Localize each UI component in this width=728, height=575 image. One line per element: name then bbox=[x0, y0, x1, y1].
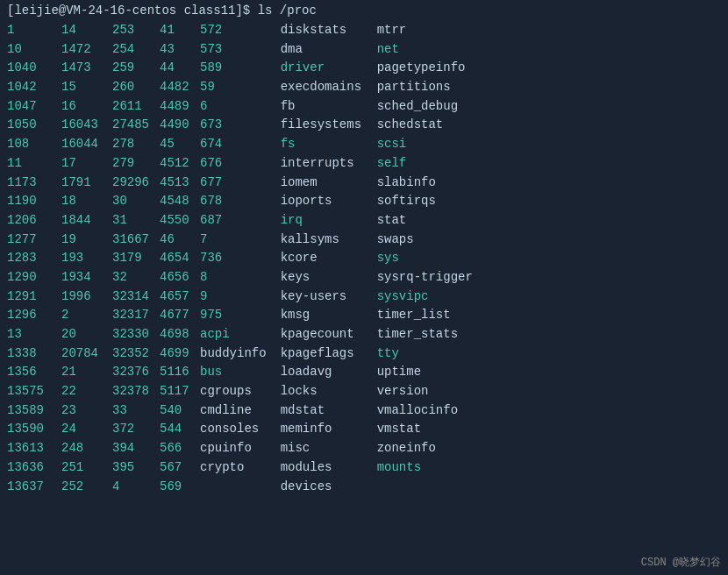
list-item: 1291 bbox=[7, 288, 61, 307]
col-5: 572573589596673674676677678687773689975a… bbox=[200, 21, 267, 496]
list-item: filesystems bbox=[281, 116, 377, 135]
ls-output: 1101040104210471050108111173119012061277… bbox=[7, 21, 721, 496]
list-item: 395 bbox=[112, 458, 160, 478]
list-item: 13613 bbox=[7, 439, 61, 458]
list-item: locks bbox=[281, 382, 377, 401]
list-item: self bbox=[377, 154, 474, 174]
list-item: 10 bbox=[7, 40, 61, 60]
list-item: 18 bbox=[61, 192, 112, 211]
list-item: devices bbox=[281, 478, 377, 497]
list-item: 687 bbox=[200, 211, 267, 231]
list-item: kcore bbox=[281, 249, 377, 268]
col-7: mtrrnetpagetypeinfopartitionssched_debug… bbox=[377, 21, 474, 496]
list-item: sysrq-trigger bbox=[377, 268, 474, 288]
list-item: 5116 bbox=[160, 363, 200, 382]
list-item: 23 bbox=[61, 401, 112, 421]
list-item: 32 bbox=[112, 268, 160, 288]
list-item: 1277 bbox=[7, 231, 61, 250]
list-item: 4656 bbox=[160, 268, 200, 288]
list-item: crypto bbox=[200, 458, 267, 478]
list-item: pagetypeinfo bbox=[377, 59, 474, 78]
list-item: 260 bbox=[112, 78, 160, 97]
list-item: 13636 bbox=[7, 458, 61, 478]
list-item: scsi bbox=[377, 135, 474, 154]
col-4: 4143444482448944904545124513454845504646… bbox=[160, 21, 200, 496]
list-item: 1791 bbox=[61, 174, 112, 193]
list-item: cmdline bbox=[200, 401, 267, 421]
list-item: 13590 bbox=[7, 420, 61, 439]
list-item: 15 bbox=[61, 78, 112, 97]
list-item: 20784 bbox=[61, 344, 112, 364]
list-item: 6 bbox=[200, 97, 267, 117]
list-item: 11 bbox=[7, 154, 61, 174]
list-item: 1 bbox=[7, 21, 61, 40]
list-item: 46 bbox=[160, 231, 200, 250]
list-item: 32378 bbox=[112, 382, 160, 401]
list-item: cpuinfo bbox=[200, 439, 267, 458]
list-item: 45 bbox=[160, 135, 200, 154]
list-item: 975 bbox=[200, 306, 267, 325]
list-item: vmallocinfo bbox=[377, 401, 474, 421]
list-item: interrupts bbox=[281, 154, 377, 174]
list-item: 1290 bbox=[7, 268, 61, 288]
list-item: partitions bbox=[377, 78, 474, 97]
list-item: consoles bbox=[200, 420, 267, 439]
numeric-columns: 1101040104210471050108111173119012061277… bbox=[7, 21, 267, 496]
list-item: meminfo bbox=[281, 420, 377, 439]
list-item: slabinfo bbox=[377, 174, 474, 193]
list-item: cgroups bbox=[200, 382, 267, 401]
list-item: 4657 bbox=[160, 288, 200, 307]
list-item: 4489 bbox=[160, 97, 200, 117]
list-item: 2 bbox=[61, 306, 112, 325]
list-item: 1356 bbox=[7, 363, 61, 382]
list-item: 252 bbox=[61, 478, 112, 497]
list-item: 1296 bbox=[7, 306, 61, 325]
list-item: 14 bbox=[61, 21, 112, 40]
list-item: diskstats bbox=[281, 21, 377, 40]
list-item: 1996 bbox=[61, 288, 112, 307]
list-item: 279 bbox=[112, 154, 160, 174]
list-item: 566 bbox=[160, 439, 200, 458]
list-item: softirqs bbox=[377, 192, 474, 211]
list-item: 108 bbox=[7, 135, 61, 154]
list-item: 251 bbox=[61, 458, 112, 478]
list-item: 736 bbox=[200, 249, 267, 268]
list-item: 17 bbox=[61, 154, 112, 174]
list-item: 1050 bbox=[7, 116, 61, 135]
list-item: 9 bbox=[200, 288, 267, 307]
list-item: 13575 bbox=[7, 382, 61, 401]
list-item: 32314 bbox=[112, 288, 160, 307]
list-item: 673 bbox=[200, 116, 267, 135]
list-item: 1190 bbox=[7, 192, 61, 211]
list-item: 20 bbox=[61, 325, 112, 344]
list-item: 32352 bbox=[112, 344, 160, 364]
list-item: 31 bbox=[112, 211, 160, 231]
list-item: net bbox=[377, 40, 474, 60]
list-item: key-users bbox=[281, 288, 377, 307]
list-item: 21 bbox=[61, 363, 112, 382]
list-item: 43 bbox=[160, 40, 200, 60]
list-item: 30 bbox=[112, 192, 160, 211]
list-item: 32376 bbox=[112, 363, 160, 382]
list-item: fs bbox=[281, 135, 377, 154]
list-item: schedstat bbox=[377, 116, 474, 135]
list-item: modules bbox=[281, 458, 377, 478]
list-item: ioports bbox=[281, 192, 377, 211]
list-item: kallsyms bbox=[281, 231, 377, 250]
terminal-title: [leijie@VM-24-16-centos class11]$ ls /pr… bbox=[7, 4, 721, 18]
list-item: keys bbox=[281, 268, 377, 288]
list-item: 4654 bbox=[160, 249, 200, 268]
list-item: 3179 bbox=[112, 249, 160, 268]
list-item: timer_stats bbox=[377, 325, 474, 344]
col-2: 1414721473151616043160441717911818441919… bbox=[61, 21, 112, 496]
list-item: tty bbox=[377, 344, 474, 364]
list-item: 32330 bbox=[112, 325, 160, 344]
list-item: 572 bbox=[200, 21, 267, 40]
list-item: sysvipc bbox=[377, 288, 474, 307]
name-columns: diskstatsdmadriverexecdomainsfbfilesyste… bbox=[281, 21, 474, 496]
list-item: 253 bbox=[112, 21, 160, 40]
terminal-window: [leijie@VM-24-16-centos class11]$ ls /pr… bbox=[0, 0, 728, 575]
list-item: 4512 bbox=[160, 154, 200, 174]
list-item: loadavg bbox=[281, 363, 377, 382]
list-item: fb bbox=[281, 97, 377, 117]
